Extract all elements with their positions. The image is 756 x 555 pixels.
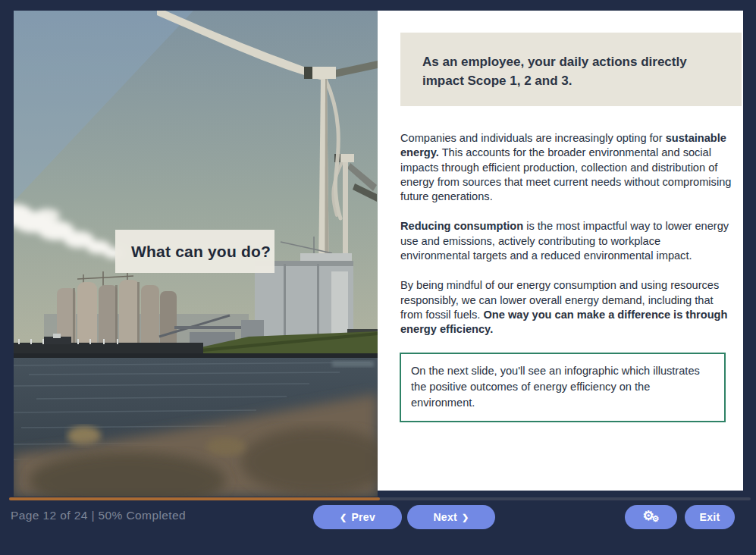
page-status: Page 12 of 24 | 50% Completed xyxy=(11,509,186,522)
progress-fill xyxy=(9,497,380,500)
chevron-right-icon: ❯ xyxy=(462,513,469,522)
exit-button[interactable]: Exit xyxy=(685,505,735,529)
slide-content: As an employee, your daily actions direc… xyxy=(378,11,743,491)
paragraph: Companies and individuals are increasing… xyxy=(400,131,732,204)
exit-label: Exit xyxy=(700,511,720,523)
prev-label: Prev xyxy=(351,511,375,523)
settings-button[interactable]: ⚙ ⚙ xyxy=(625,505,677,529)
photo-caption: What can you do? xyxy=(115,230,274,273)
paragraph: By being mindful of our energy consumpti… xyxy=(400,278,732,337)
course-player: What can you do? As an employee, your da… xyxy=(0,0,756,555)
prev-button[interactable]: ❮ Prev xyxy=(313,505,402,529)
body-copy: Companies and individuals are increasing… xyxy=(400,131,732,337)
chevron-left-icon: ❮ xyxy=(340,513,347,522)
next-button[interactable]: Next ❯ xyxy=(407,505,495,529)
gear-icon: ⚙ ⚙ xyxy=(643,510,660,525)
paragraph: Reducing consumption is the most impactf… xyxy=(400,219,732,263)
slide-photo: What can you do? xyxy=(14,11,378,497)
progress-bar xyxy=(9,497,751,500)
callout-box: On the next slide, you'll see an infogra… xyxy=(400,353,726,422)
next-label: Next xyxy=(433,511,457,523)
header-banner: As an employee, your daily actions direc… xyxy=(400,33,742,106)
